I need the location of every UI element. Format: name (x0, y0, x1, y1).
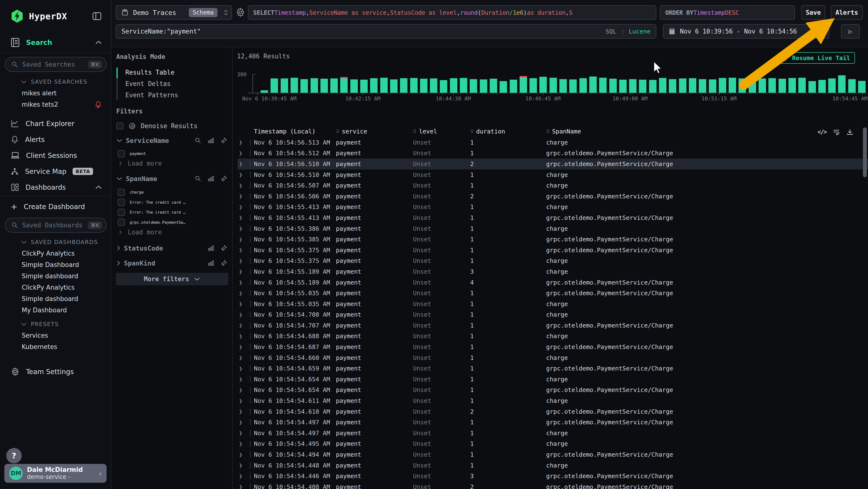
sql-mode-toggle[interactable]: SQL (606, 28, 616, 35)
sidebar-nav-item[interactable]: Chart Explorer (10, 118, 102, 130)
pin-icon[interactable] (221, 245, 227, 252)
presets-section-header[interactable]: PRESETS (21, 321, 59, 327)
histogram-bar[interactable] (380, 78, 388, 93)
histogram-bar[interactable] (500, 81, 507, 93)
histogram-bar[interactable] (589, 77, 597, 93)
filter-option[interactable]: Error: The credit card … (118, 207, 227, 218)
histogram-bar[interactable] (550, 78, 557, 93)
pin-icon[interactable] (221, 137, 227, 144)
histogram-bar[interactable] (569, 79, 577, 93)
row-expander-icon[interactable]: ❯ (238, 440, 254, 447)
row-expander-icon[interactable]: ❯ (238, 150, 254, 156)
histogram-bar[interactable] (689, 78, 696, 93)
pin-icon[interactable] (221, 260, 227, 266)
chart-icon[interactable] (208, 175, 214, 182)
row-expander-icon[interactable]: ❯ (238, 182, 254, 189)
preset-item[interactable]: Kubernetes (22, 341, 106, 352)
checkbox[interactable] (118, 150, 125, 157)
histogram-bar[interactable] (390, 79, 398, 93)
sidebar-nav-item[interactable]: Alerts (10, 134, 102, 145)
histogram-bar[interactable] (370, 78, 378, 93)
row-expander-icon[interactable]: ❯ (238, 247, 254, 253)
save-button[interactable]: Save (801, 5, 825, 20)
saved-dashboard-item[interactable]: ClickPy Analytics (22, 248, 106, 259)
table-row[interactable]: ❯ Nov 6 10:54:55.189 AM payment Unset 4 … (238, 277, 868, 288)
row-expander-icon[interactable]: ❯ (238, 365, 254, 372)
schema-badge[interactable]: Schema (189, 8, 217, 17)
col-level[interactable]: ⠿level (413, 128, 470, 135)
gear-icon[interactable] (235, 7, 245, 18)
table-row[interactable]: ❯ Nov 6 10:54:54.659 AM payment Unset 1 … (238, 363, 868, 374)
resume-live-tail-button[interactable]: Resume Live Tail (779, 52, 855, 64)
row-expander-icon[interactable]: ❯ (238, 376, 254, 382)
row-expander-icon[interactable]: ❯ (238, 279, 254, 286)
row-expander-icon[interactable]: ❯ (238, 258, 254, 264)
histogram-bar[interactable] (430, 79, 437, 93)
table-row[interactable]: ❯ Nov 6 10:54:55.375 AM payment Unset 1 … (238, 256, 868, 266)
table-row[interactable]: ❯ Nov 6 10:54:55.035 AM payment Unset 1 … (238, 288, 868, 298)
histogram-bar[interactable] (311, 78, 318, 93)
filter-section-spankind[interactable]: SpanKind (116, 258, 227, 268)
table-row[interactable]: ❯ Nov 6 10:54:54.660 AM payment Unset 1 … (238, 352, 868, 363)
more-filters-button[interactable]: More filters (116, 273, 228, 285)
histogram-bar[interactable] (808, 81, 816, 93)
col-timestamp[interactable]: Timestamp (Local) (254, 128, 336, 135)
table-row[interactable]: ❯ Nov 6 10:54:54.446 AM payment Unset 3 … (238, 471, 868, 482)
histogram-bar[interactable] (818, 80, 826, 93)
histogram-bar[interactable] (290, 78, 298, 93)
saved-dashboards-section-header[interactable]: SAVED DASHBOARDS (21, 239, 98, 245)
table-row[interactable]: ❯ Nov 6 10:54:54.654 AM payment Unset 1 … (238, 385, 868, 396)
table-row[interactable]: ❯ Nov 6 10:54:54.688 AM payment Unset 1 … (238, 331, 868, 342)
row-expander-icon[interactable]: ❯ (238, 268, 254, 275)
filter-option[interactable]: Error: The credit card … (118, 197, 227, 207)
histogram-bar[interactable] (281, 79, 288, 93)
table-row[interactable]: ❯ Nov 6 10:54:55.386 AM payment Unset 1 … (238, 223, 868, 234)
sql-select-editor[interactable]: SELECT Timestamp, ServiceName as service… (248, 5, 656, 20)
histogram-bar[interactable] (470, 79, 477, 93)
table-row[interactable]: ❯ Nov 6 10:54:56.507 AM payment Unset 1 … (238, 180, 868, 191)
histogram-bar[interactable] (559, 79, 567, 93)
histogram-bar[interactable] (350, 79, 358, 93)
sidebar-item-search[interactable]: Search (10, 37, 102, 48)
histogram-bar[interactable] (629, 79, 637, 93)
row-expander-icon[interactable]: ❯ (238, 387, 254, 394)
table-row[interactable]: ❯ Nov 6 10:54:54.687 AM payment Unset 1 … (238, 342, 868, 352)
histogram-bar[interactable] (261, 90, 268, 93)
collapse-sidebar-icon[interactable] (92, 11, 102, 21)
histogram-bar[interactable] (619, 80, 627, 93)
histogram-bar[interactable] (699, 79, 706, 93)
download-icon[interactable] (846, 128, 854, 136)
order-by-editor[interactable]: ORDER BY Timestamp DESC (660, 5, 795, 20)
table-row[interactable]: ❯ Nov 6 10:54:54.497 AM payment Unset 1 … (238, 428, 868, 438)
row-expander-icon[interactable]: ❯ (238, 430, 254, 436)
row-expander-icon[interactable]: ❯ (238, 354, 254, 361)
row-expander-icon[interactable]: ❯ (238, 408, 254, 415)
source-select[interactable]: Demo Traces Schema (116, 5, 232, 20)
col-duration[interactable]: ⠿duration (470, 128, 546, 135)
table-row[interactable]: ❯ Nov 6 10:54:54.448 AM payment Unset 1 … (238, 460, 868, 471)
row-expander-icon[interactable]: ❯ (238, 311, 254, 318)
search-query-input[interactable]: ServiceName:"payment" SQL | Lucene (116, 24, 656, 39)
analysis-mode-event-patterns[interactable]: Event Patterns (117, 89, 227, 100)
filter-option[interactable]: payment (118, 149, 227, 159)
row-expander-icon[interactable]: ❯ (238, 161, 254, 167)
histogram-bar[interactable] (659, 78, 666, 93)
histogram-bar[interactable] (649, 80, 656, 93)
table-row[interactable]: ❯ Nov 6 10:54:56.513 AM payment Unset 1 … (238, 137, 868, 148)
row-expander-icon[interactable]: ❯ (238, 300, 254, 307)
saved-dashboard-item[interactable]: ClickPy Analytics (22, 282, 106, 293)
table-row[interactable]: ❯ Nov 6 10:54:56.510 AM payment Unset 2 … (238, 159, 868, 169)
table-row[interactable]: ❯ Nov 6 10:54:54.494 AM payment Unset 1 … (238, 449, 868, 460)
saved-search-item[interactable]: mikes alert (22, 87, 106, 99)
histogram-bar[interactable] (609, 79, 617, 93)
filter-section-servicename[interactable]: ServiceName (116, 136, 227, 145)
sidebar-nav-item[interactable]: Client Sessions (10, 150, 102, 161)
chart-icon[interactable] (208, 137, 214, 144)
lucene-mode-toggle[interactable]: Lucene (629, 28, 651, 35)
histogram-bar[interactable] (400, 78, 407, 93)
saved-dashboard-item[interactable]: Simple dashboard (22, 293, 106, 304)
histogram-bar[interactable] (301, 79, 308, 93)
checkbox[interactable] (118, 219, 125, 226)
create-dashboard-button[interactable]: + Create Dashboard (10, 201, 102, 212)
pin-icon[interactable] (221, 175, 227, 182)
